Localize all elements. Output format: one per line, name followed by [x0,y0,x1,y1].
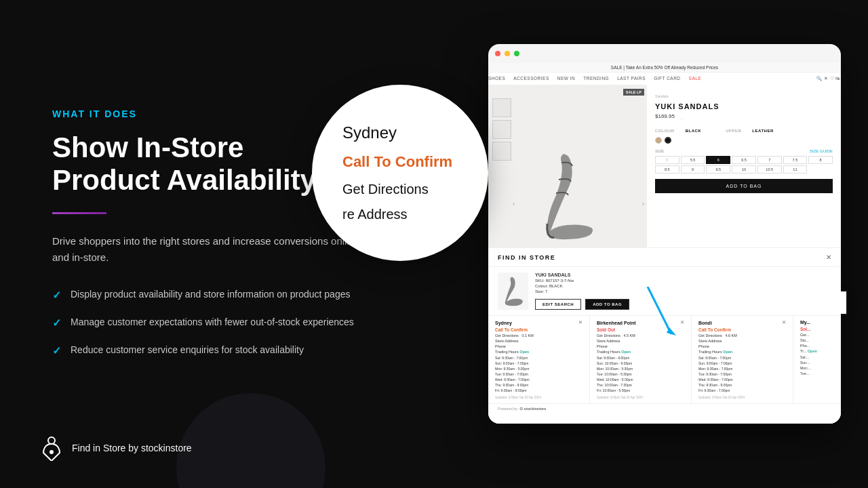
store-page: SALE | Take An Extra 50% Off Already Red… [488,63,841,424]
arrow-container [641,287,682,344]
size-btn[interactable]: 5 [655,156,679,164]
edit-search-button[interactable]: EDIT SEARCH [535,299,581,310]
bottom-brand: Find in Store by stockinstore [41,435,192,461]
brand-label: Find in Store by stockinstore [72,443,192,453]
colour-swatches [655,137,833,144]
list-item: ✓ Display product availability and store… [52,287,378,302]
popup-directions-text: Get Directions [342,182,429,197]
popup-address-text: re Address [342,207,408,222]
nude-swatch[interactable] [655,137,662,144]
product-name: YUKI SANDALS [655,102,833,110]
right-panel: SALE | Take An Extra 50% Off Already Red… [461,44,841,437]
thumbnail [492,142,511,161]
store-remove-button[interactable]: ✕ [578,320,583,325]
size-btn[interactable]: 7 [757,156,782,164]
window-maximize-dot [514,51,519,56]
modal-add-to-bag-button[interactable]: ADD TO BAG [585,299,629,310]
svg-line-2 [648,287,671,334]
store-popup-circle: Sydney Call To Confirm Get Directions re… [312,85,488,261]
window-close-dot [495,51,500,56]
size-btn[interactable]: 8 [808,156,833,164]
store-col-partial: My... Sol... Get... Sto... Pho... Tr... … [793,316,841,403]
product-price: $169.95 [655,113,675,119]
feature-list: ✓ Display product availability and store… [52,287,378,357]
list-item: ✓ Manage customer expectations with fewe… [52,315,378,329]
svg-point-1 [50,450,54,454]
svg-point-0 [48,437,55,444]
sale-banner: SALE | Take An Extra 50% Off Already Red… [488,63,841,73]
check-icon: ✓ [52,289,61,302]
size-btn[interactable]: 8.5 [655,165,679,174]
add-to-bag-button[interactable]: ADD TO BAG [655,179,833,193]
check-icon: ✓ [52,317,61,329]
store-col-bondi: Bondi ✕ Call To Confirm Get Directions 4… [692,316,793,403]
size-grid: 5 5.5 6 6.5 7 7.5 8 8.5 9 9.5 10 10.5 [655,156,833,174]
modal-footer: Powered by ⊙ stockinstore [488,403,841,413]
store-col-sydney: Sydney ✕ Call To Confirm Get Directions … [488,316,590,403]
size-btn[interactable]: 7.5 [783,156,808,164]
size-btn[interactable]: 9 [681,165,705,174]
modal-actions: EDIT SEARCH ADD TO BAG [535,299,629,310]
popup-city-text: Sydney [342,123,397,142]
size-btn[interactable]: 10.5 [757,165,782,174]
decorative-circle [176,393,326,488]
browser-bar [488,44,841,63]
store-nav: SHOES ACCESSORIES NEW IN TRENDING LAST P… [488,73,841,85]
size-btn[interactable]: 10 [732,165,756,174]
size-btn[interactable]: 5.5 [681,156,705,164]
check-icon: ✓ [52,344,61,357]
window-minimize-dot [505,51,510,56]
size-btn[interactable]: 9.5 [706,165,730,174]
breadcrumb: Sandals [655,94,833,98]
wishlist-icon[interactable]: ♡ [680,117,683,121]
size-btn-selected[interactable]: 6 [706,156,730,164]
modal-close-button[interactable]: ✕ [826,253,831,261]
size-btn[interactable]: 6.5 [732,156,756,164]
sale-badge: SALE LP [623,89,644,96]
popup-status-text: Call To Confirm [342,153,452,171]
brand-icon [41,435,62,461]
next-arrow[interactable]: › [642,200,644,207]
modal-header: FIND IN STORE ✕ [488,248,841,267]
size-section: SIZE Size Guide 5 5.5 6 6.5 7 7.5 8 8.5 [655,149,833,174]
prev-arrow[interactable]: ‹ [513,200,515,207]
browser-frame: SALE | Take An Extra 50% Off Already Red… [488,44,841,424]
description-text: Drive shoppers into the right stores and… [52,233,378,266]
modal-title: FIND IN STORE [498,254,555,261]
colour-row: COLOUR BLACK UPPER LEATHER [655,129,833,133]
black-swatch[interactable] [665,137,671,144]
decorative-line [52,212,106,214]
modal-product-info: YUKI SANDALS SKU: 807157-3-7-Nw Colour: … [535,272,629,310]
thumbnail [492,120,511,139]
section-label: WHAT IT DOES [52,108,378,119]
thumbnail [492,98,511,117]
size-btn[interactable]: 11 [783,165,808,174]
list-item: ✓ Reduce customer service enquiries for … [52,343,378,357]
store-remove-button[interactable]: ✕ [782,320,786,325]
thumbnail-strip [492,98,511,161]
modal-product-image [498,272,528,310]
